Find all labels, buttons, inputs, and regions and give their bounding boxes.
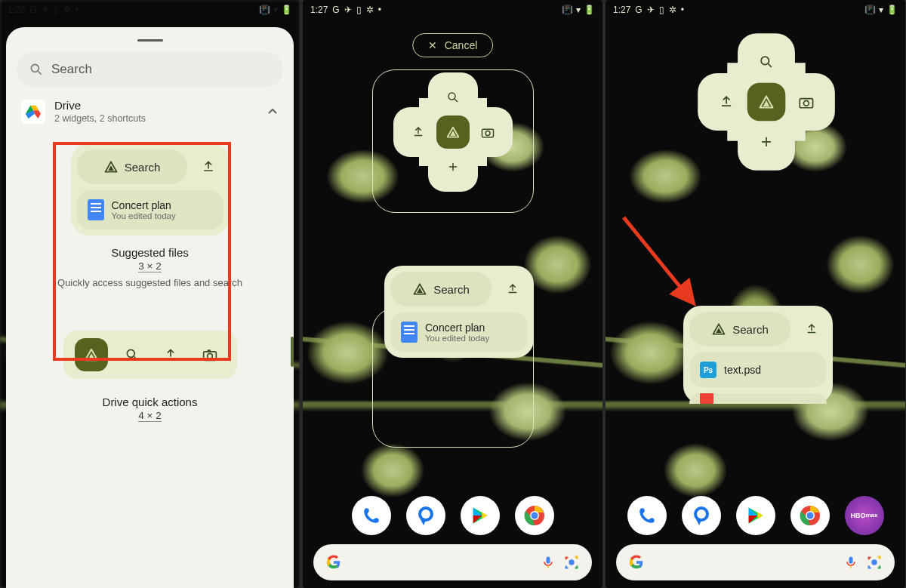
file-title: Concert plan: [425, 322, 489, 334]
phone-app-icon[interactable]: [352, 496, 391, 535]
drive-tile-icon[interactable]: [747, 83, 786, 122]
pinwheel-icon: ✲: [366, 5, 374, 15]
quick-actions-widget-preview[interactable]: [63, 331, 237, 379]
upload-icon[interactable]: [797, 312, 827, 346]
hbo-max-app-icon[interactable]: HBOmax: [845, 496, 884, 535]
docs-icon: [401, 322, 418, 343]
drive-tile-icon[interactable]: [436, 115, 470, 149]
chevron-up-icon[interactable]: [267, 106, 279, 118]
widget-search-chip[interactable]: Search: [390, 272, 492, 306]
dot-icon: •: [76, 5, 79, 15]
mic-icon[interactable]: [541, 555, 556, 570]
drive-triangle-icon: [711, 322, 726, 337]
file-title: Concert plan: [112, 199, 176, 211]
svg-point-36: [569, 559, 574, 565]
svg-point-40: [803, 100, 809, 106]
file-title: text.psd: [724, 364, 761, 376]
scroll-indicator[interactable]: [291, 337, 294, 367]
drive-triangle-icon: [412, 282, 427, 297]
status-bar: 1:26 G ✈ ▯ ✲ • 📳 ▾ 🔋: [0, 0, 300, 20]
svg-line-1: [39, 72, 42, 75]
google-search-bar[interactable]: [616, 544, 895, 580]
svg-rect-56: [849, 557, 853, 564]
messages-app-icon[interactable]: [682, 496, 721, 535]
drive-subtitle: 2 widgets, 2 shortcuts: [54, 113, 146, 124]
svg-rect-34: [547, 557, 550, 564]
file-row: Concert plan You edited today: [77, 190, 223, 229]
vibrate-icon: 📳: [259, 5, 270, 15]
svg-point-58: [871, 559, 877, 565]
drive-logo-icon: [21, 100, 45, 124]
google-search-bar[interactable]: [313, 544, 592, 580]
drive-triangle-icon: [103, 159, 119, 174]
quick-actions-widget[interactable]: [396, 75, 510, 189]
svg-point-55: [806, 513, 813, 519]
svg-rect-15: [207, 349, 210, 352]
device-icon: ▯: [659, 5, 664, 15]
file-subtitle: You edited today: [112, 211, 176, 220]
google-icon: G: [29, 5, 36, 15]
widget-picker-sheet[interactable]: Search Drive 2 widgets, 2 shortcuts Sear…: [6, 27, 294, 588]
dot-icon: •: [681, 5, 684, 15]
dock: HBOmax: [606, 496, 905, 535]
status-time: 1:26: [8, 5, 25, 15]
drive-tile-icon: [75, 338, 108, 371]
file-row[interactable]: Concert plan You edited today: [390, 312, 528, 352]
suggested-files-widget[interactable]: Search Ps text.psd: [683, 306, 833, 404]
lens-icon[interactable]: [866, 554, 883, 571]
widget2-name: Drive quick actions: [32, 396, 268, 408]
telegram-icon: ✈: [344, 5, 352, 15]
upload-icon[interactable]: [498, 272, 528, 306]
docs-icon: [88, 199, 104, 220]
grab-handle[interactable]: [137, 39, 163, 42]
dot-icon: •: [378, 5, 381, 15]
chrome-app-icon[interactable]: [515, 496, 554, 535]
svg-point-19: [485, 131, 490, 136]
status-time: 1:27: [613, 5, 630, 15]
cancel-button[interactable]: ✕ Cancel: [412, 33, 494, 57]
suggested-files-widget-dragging[interactable]: Search Concert plan You edited today: [384, 266, 534, 358]
messages-app-icon[interactable]: [406, 496, 445, 535]
widget-search-field[interactable]: Search: [17, 52, 283, 87]
battery-icon: 🔋: [886, 5, 898, 15]
play-store-app-icon[interactable]: [736, 496, 775, 535]
arrow-annotation: [618, 211, 701, 309]
google-icon: G: [332, 5, 339, 15]
cancel-label: Cancel: [445, 39, 478, 51]
file-row-1[interactable]: Ps text.psd: [689, 352, 827, 387]
widget-search-label: Search: [732, 323, 769, 336]
svg-marker-4: [33, 110, 41, 119]
svg-line-12: [134, 357, 137, 360]
pinwheel-icon: ✲: [63, 5, 71, 15]
file-row-2[interactable]: [689, 393, 827, 404]
widget-search-label: Search: [125, 161, 161, 174]
mic-icon[interactable]: [843, 555, 858, 570]
drive-title: Drive: [54, 99, 146, 112]
svg-point-14: [207, 353, 212, 359]
chrome-app-icon[interactable]: [790, 496, 830, 535]
device-icon: ▯: [356, 5, 362, 15]
status-bar: 1:27 G ✈ ▯ ✲ • 📳 ▾ 🔋: [303, 0, 602, 20]
drive-app-header[interactable]: Drive 2 widgets, 2 shortcuts: [17, 87, 283, 134]
status-bar: 1:27 G ✈ ▯ ✲ • 📳 ▾ 🔋: [606, 0, 905, 20]
svg-point-0: [31, 64, 39, 72]
play-store-app-icon[interactable]: [461, 496, 500, 535]
lens-icon[interactable]: [563, 554, 580, 571]
quick-actions-widget[interactable]: [701, 37, 832, 168]
search-icon: [29, 62, 44, 77]
vibrate-icon: 📳: [864, 5, 876, 15]
phone-app-icon[interactable]: [627, 496, 667, 535]
svg-line-17: [455, 99, 458, 102]
widget-search-chip[interactable]: Search: [689, 312, 790, 346]
search-icon: [117, 340, 147, 370]
svg-line-43: [624, 217, 689, 298]
screenshot-widget-picker: 1:26 G ✈ ▯ ✲ • 📳 ▾ 🔋 Search Drive 2 widg…: [0, 0, 300, 588]
widget-name: Suggested files: [32, 246, 268, 259]
suggested-files-widget-preview[interactable]: Search Concert plan You edited today: [71, 143, 230, 236]
upload-icon[interactable]: [698, 73, 755, 131]
file-icon: [700, 393, 713, 404]
device-icon: ▯: [54, 5, 59, 15]
dock: [303, 496, 602, 535]
battery-icon: 🔋: [584, 5, 595, 15]
svg-marker-30: [482, 512, 487, 519]
